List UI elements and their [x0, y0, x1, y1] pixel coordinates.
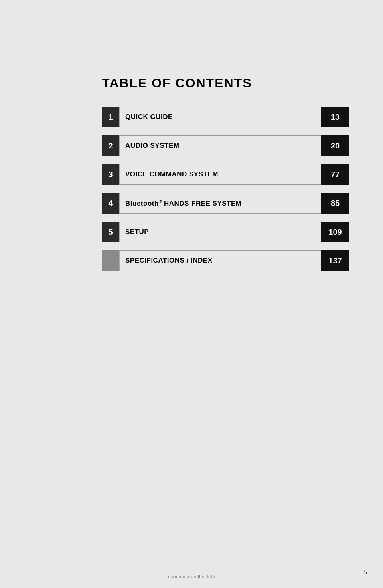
- entry-label-area-2: AUDIO SYSTEM: [119, 135, 321, 156]
- entry-page-5: 109: [321, 222, 349, 242]
- toc-entry-6[interactable]: SPECIFICATIONS / INDEX 137: [102, 250, 349, 271]
- toc-entry-2[interactable]: 2 AUDIO SYSTEM 20: [102, 135, 349, 156]
- entry-page-4: 85: [321, 193, 349, 214]
- entry-label-2: AUDIO SYSTEM: [125, 142, 179, 150]
- entry-number-3: 3: [102, 164, 119, 185]
- entry-label-area-3: VOICE COMMAND SYSTEM: [119, 164, 321, 185]
- entry-number-6: [102, 250, 119, 271]
- entry-label-5: SETUP: [125, 228, 149, 236]
- watermark: carmanualsonline.info: [0, 574, 383, 579]
- content-area: TABLE OF CONTENTS 1 QUICK GUIDE 13 2 AUD…: [102, 76, 349, 279]
- entry-number-5: 5: [102, 222, 119, 242]
- entry-label-1: QUICK GUIDE: [125, 113, 173, 121]
- entry-label-area-6: SPECIFICATIONS / INDEX: [119, 250, 321, 271]
- toc-entries: 1 QUICK GUIDE 13 2 AUDIO SYSTEM 20 3 VOI…: [102, 107, 349, 279]
- entry-label-6: SPECIFICATIONS / INDEX: [125, 257, 213, 265]
- entry-label-3: VOICE COMMAND SYSTEM: [125, 170, 218, 178]
- entry-label-area-5: SETUP: [119, 222, 321, 242]
- entry-page-1: 13: [321, 107, 349, 127]
- toc-entry-1[interactable]: 1 QUICK GUIDE 13: [102, 107, 349, 127]
- entry-number-1: 1: [102, 107, 119, 127]
- page: TABLE OF CONTENTS 1 QUICK GUIDE 13 2 AUD…: [0, 0, 383, 588]
- entry-number-2: 2: [102, 135, 119, 156]
- entry-page-2: 20: [321, 135, 349, 156]
- entry-label-area-4: Bluetooth® HANDS-FREE SYSTEM: [119, 193, 321, 214]
- entry-label-4: Bluetooth® HANDS-FREE SYSTEM: [125, 199, 242, 208]
- page-title: TABLE OF CONTENTS: [102, 76, 349, 91]
- toc-entry-5[interactable]: 5 SETUP 109: [102, 222, 349, 242]
- entry-page-6: 137: [321, 250, 349, 271]
- toc-entry-3[interactable]: 3 VOICE COMMAND SYSTEM 77: [102, 164, 349, 185]
- entry-page-3: 77: [321, 164, 349, 185]
- entry-number-4: 4: [102, 193, 119, 214]
- entry-label-area-1: QUICK GUIDE: [119, 107, 321, 127]
- toc-entry-4[interactable]: 4 Bluetooth® HANDS-FREE SYSTEM 85: [102, 193, 349, 214]
